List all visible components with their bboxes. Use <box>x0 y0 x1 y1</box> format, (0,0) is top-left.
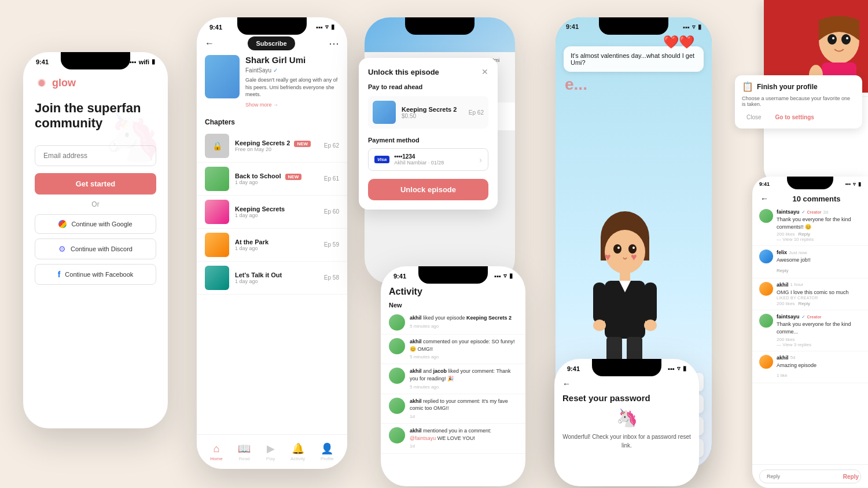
vn-time: 9:41 <box>566 23 579 31</box>
payment-method-label: Payment method <box>368 137 488 144</box>
activity-avatar-3 <box>389 368 405 384</box>
chapter-thumb-3 <box>205 200 229 224</box>
unlock-episode-button[interactable]: Unlock episode <box>368 179 488 200</box>
activity-item-4: akhil replied to your comment: It's my f… <box>381 394 525 424</box>
character-svg: ♥ ♥ <box>587 203 663 365</box>
chapter-name-5: Let's Talk it Out <box>235 271 318 278</box>
home-icon: ⌂ <box>214 443 220 455</box>
go-to-settings-button[interactable]: Go to settings <box>771 112 819 123</box>
view-replies-1[interactable]: — View 10 replies <box>777 237 861 242</box>
chapter-ep-2: Ep 61 <box>324 175 339 182</box>
reply-send-button[interactable]: Reply <box>843 474 859 480</box>
comments-time: 9:41 <box>759 181 770 187</box>
comment-likes-5: 1 like <box>777 373 788 378</box>
comment-text-3: OMG I love this comic so much <box>777 289 861 296</box>
view-replies-4[interactable]: — View 3 replies <box>777 342 861 347</box>
modal-episode-preview: Keeping Secrets 2 $0.50 Ep 62 <box>368 96 488 129</box>
comment-reply-1[interactable]: Reply <box>799 232 810 237</box>
back-button[interactable]: ← <box>205 38 214 49</box>
new-badge-2: NEW <box>285 174 302 180</box>
lock-icon-1: 🔒 <box>205 134 229 158</box>
nav-activity[interactable]: 🔔 Activity <box>290 442 305 461</box>
svg-point-20 <box>841 34 851 45</box>
phone-comments: 9:41 ▪▪▪ ▿ ▮ ← 10 comments faintsayu ✓ C… <box>752 177 868 488</box>
svg-point-14 <box>644 320 657 331</box>
comment-body-4: faintsayu ✓ Creator Thank you everyone f… <box>777 314 861 347</box>
comment-reply-3[interactable]: Reply <box>799 301 810 306</box>
reset-back-button[interactable]: ← <box>562 379 571 388</box>
chapter-item-4[interactable]: At the Park 1 day ago Ep 59 <box>197 229 347 262</box>
chapter-name-4: At the Park <box>235 239 318 245</box>
vn-hearts-decoration: ❤️❤️ <box>663 35 694 50</box>
reset-header: ← <box>554 375 699 393</box>
comments-back-button[interactable]: ← <box>760 194 768 203</box>
unicorn-watermark: 🦄 <box>104 110 162 164</box>
comment-author-4: faintsayu <box>777 314 800 320</box>
card-owner: Akhil Nambiar · 01/28 <box>394 160 475 166</box>
chapter-item-5[interactable]: Let's Talk it Out 1 day ago Ep 58 <box>197 262 347 295</box>
reset-battery: ▮ <box>683 365 686 372</box>
nav-profile[interactable]: 👤 Profile <box>321 442 334 461</box>
comment-body-1: faintsayu ✓ Creator 2d Thank you everyon… <box>777 209 861 242</box>
finish-profile-actions: Close Go to settings <box>742 112 855 123</box>
activity-notch <box>418 266 488 284</box>
comment-meta-1: faintsayu ✓ Creator 2d <box>777 209 861 215</box>
activity-avatar-1 <box>389 314 405 331</box>
svg-text:♥: ♥ <box>605 251 611 263</box>
nav-read[interactable]: 📖 Read <box>238 442 251 461</box>
manga-status-icons: ▪▪▪ ▿ ▮ <box>316 23 334 31</box>
reset-description: Wonderful! Check your inbox for a passwo… <box>562 432 691 450</box>
vn-status-bar: 9:41 ▪▪▪ ▿ ▮ <box>556 17 712 33</box>
svg-point-5 <box>613 244 621 254</box>
chapter-date-5: 1 day ago <box>235 278 318 284</box>
phone-manga-list: 9:41 ▪▪▪ ▿ ▮ ← Subscribe ⋯ Shark Girl Um… <box>197 17 347 469</box>
play-icon: ▶ <box>267 442 275 455</box>
svg-point-22 <box>846 37 848 39</box>
chapter-item-2[interactable]: Back to School NEW 1 day ago Ep 61 <box>197 163 347 196</box>
activity-wifi: ▿ <box>503 272 507 280</box>
payment-method-row[interactable]: Visa ••••1234 Akhil Nambiar · 01/28 › <box>368 148 488 171</box>
continue-discord-button[interactable]: ⚙ Continue with Discord <box>35 239 156 259</box>
scene: 9:41 ▪▪▪ wifi ▮ 🦄 glow Join the superfan… <box>0 0 868 488</box>
continue-google-button[interactable]: Continue with Google <box>35 214 156 234</box>
chapter-ep-3: Ep 60 <box>324 208 339 215</box>
comment-avatar-3 <box>759 282 773 296</box>
nav-profile-label: Profile <box>321 456 334 461</box>
finish-profile-card: 📋 Finish your profile Choose a username … <box>735 75 862 129</box>
continue-facebook-button[interactable]: f Continue with Facebook <box>35 264 156 285</box>
chapter-ep-5: Ep 58 <box>324 274 339 281</box>
nav-home[interactable]: ⌂ Home <box>210 443 222 461</box>
vn-status-icons: ▪▪▪ ▿ ▮ <box>683 23 701 31</box>
activity-item-1: akhil liked your episode Keeping Secrets… <box>381 311 525 335</box>
modal-close-icon[interactable]: ✕ <box>481 67 488 76</box>
chapter-thumb-2 <box>205 167 229 191</box>
chapter-info-2: Back to School NEW 1 day ago <box>235 173 318 185</box>
comment-reply-2[interactable]: Reply <box>777 268 788 273</box>
activity-avatar-2 <box>389 338 405 354</box>
activity-text-4: akhil replied to your comment: It's my f… <box>410 398 517 420</box>
finish-close-button[interactable]: Close <box>742 112 766 123</box>
chapter-item-1[interactable]: 🔒 Keeping Secrets 2 NEW Free on May 20 E… <box>197 130 347 163</box>
author-verified-icon: ✓ <box>273 67 278 74</box>
comment-meta-3: akhil 1 hour <box>777 282 861 288</box>
nav-play[interactable]: ▶ Play <box>266 442 275 461</box>
show-more-link[interactable]: Show more → <box>245 102 278 108</box>
more-options-icon[interactable]: ⋯ <box>329 37 339 50</box>
chapter-thumb-4 <box>205 233 229 257</box>
get-started-button[interactable]: Get started <box>35 173 156 195</box>
comment-author-1: faintsayu <box>777 209 800 215</box>
chapter-item-3[interactable]: Keeping Secrets 1 day ago Ep 60 <box>197 196 347 229</box>
detail-notch <box>405 17 475 35</box>
activity-text-1: akhil liked your episode Keeping Secrets… <box>410 314 517 329</box>
reply-input-area: Reply <box>752 464 868 488</box>
comment-body-3: akhil 1 hour OMG I love this comic so mu… <box>777 282 861 307</box>
comment-avatar-2 <box>759 249 773 263</box>
bottom-nav-manga: ⌂ Home 📖 Read ▶ Play 🔔 Activity 👤 Profil… <box>197 434 347 469</box>
reset-time: 9:41 <box>567 365 580 372</box>
comments-notch <box>787 177 833 189</box>
subscribe-button[interactable]: Subscribe <box>248 36 295 50</box>
svg-point-8 <box>632 247 635 249</box>
modal-pay-label: Pay to read ahead <box>368 83 488 90</box>
comment-time-2: Just now <box>789 250 807 255</box>
battery-icon: ▮ <box>152 58 155 65</box>
